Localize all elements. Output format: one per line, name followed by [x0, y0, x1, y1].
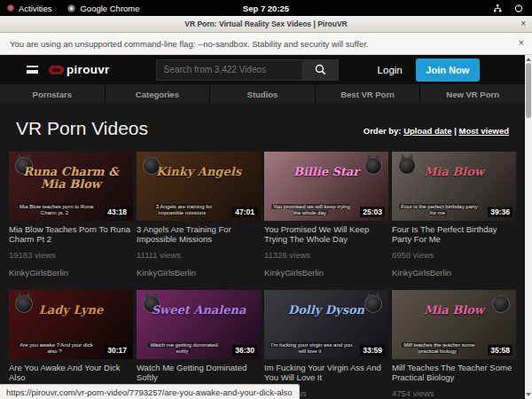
video-duration-badge: 33:59: [360, 345, 385, 356]
thumb-overlay-caption: I'm fucking your virgin ass and you will…: [269, 342, 353, 355]
activities-button[interactable]: Activities: [7, 4, 51, 13]
video-thumbnail[interactable]: Mia Blow Milf teaches the teacher some p…: [392, 290, 516, 359]
video-card: Runa Charm & Mia Blow Mia Blow teaches p…: [9, 152, 133, 278]
thumb-overlay-name: Billie Star: [264, 166, 388, 178]
video-thumbnail[interactable]: Dolly Dyson I'm fucking your virgin ass …: [264, 290, 388, 359]
video-views: 11326 views: [264, 250, 388, 260]
nav-item-new-vr-porn[interactable]: New VR Porn: [420, 84, 525, 104]
video-studio-link[interactable]: KinkyGirlsBerlin: [137, 268, 261, 278]
video-title-link[interactable]: Milf Teaches The Teacher Some Practical …: [392, 364, 516, 382]
video-thumbnail[interactable]: Sweet Analena Watch me getting dominated…: [137, 290, 261, 359]
power-icon[interactable]: [514, 4, 523, 12]
video-title-link[interactable]: Are You Awake And Your Dick Also: [9, 364, 133, 382]
warning-close-icon[interactable]: ×: [519, 37, 524, 48]
video-thumbnail[interactable]: Kinky Angels 3 Angels are training for i…: [137, 152, 261, 221]
screen: Activities Google Chrome Sep 7 20:25 VR …: [0, 0, 532, 399]
nav-item-studios[interactable]: Studios: [210, 84, 316, 104]
chrome-taskbar-item[interactable]: Google Chrome: [67, 4, 139, 13]
thumb-overlay-caption: 3 Angels are training for impossible mis…: [141, 204, 225, 216]
video-thumbnail[interactable]: Lady Lyne Are you awake ? And your dick …: [9, 290, 133, 359]
video-card: Kinky Angels 3 Angels are training for i…: [137, 152, 261, 278]
nav-item-best-vr-porn[interactable]: Best VR Porn: [316, 84, 421, 104]
video-studio-link[interactable]: KinkyGirlsBerlin: [392, 268, 516, 278]
video-title-link[interactable]: Watch Me Getting Dominated Softly: [137, 364, 261, 382]
thumb-overlay-caption: Watch me getting dominated softly: [141, 342, 225, 355]
video-duration-badge: 30:17: [105, 345, 129, 356]
thumb-overlay-name: Mia Blow: [392, 304, 516, 317]
thumb-overlay-caption: Milf teaches the teacher some practical …: [396, 342, 481, 355]
video-views: 6958 views: [392, 250, 516, 260]
vr-goggles-logo-icon: [49, 66, 64, 74]
order-by-controls: Order by: Upload date | Most viewed: [364, 126, 509, 139]
login-link[interactable]: Login: [378, 65, 403, 75]
main-nav: Pornstars Categories Studios Best VR Por…: [0, 84, 525, 104]
browser-viewport: pirouvr Login Join Now Pornstars Categor…: [0, 55, 525, 399]
video-thumbnail[interactable]: Billie Star You promised we will keep tr…: [264, 152, 388, 221]
thumb-overlay-caption: Are you awake ? And your dick also ?: [13, 342, 98, 355]
video-thumbnail[interactable]: Runa Charm & Mia Blow Mia Blow teaches p…: [9, 152, 133, 221]
system-top-bar: Activities Google Chrome Sep 7 20:25: [0, 0, 532, 16]
window-title: VR Porn: Virtual Reality Sex Videos | Pi…: [184, 20, 347, 28]
join-now-button[interactable]: Join Now: [416, 59, 480, 82]
video-studio-link[interactable]: KinkyGirlsBerlin: [9, 268, 133, 278]
thumb-overlay-caption: Mia Blow teaches porn to Runa Charm pt. …: [13, 204, 98, 216]
nav-item-categories[interactable]: Categories: [106, 84, 211, 104]
page-head: VR Porn Videos Order by: Upload date | M…: [0, 104, 525, 139]
video-card: Dolly Dyson I'm fucking your virgin ass …: [264, 290, 388, 398]
search-group: [156, 59, 339, 81]
browser-title-bar[interactable]: VR Porn: Virtual Reality Sex Videos | Pi…: [0, 16, 532, 33]
scrollbar-up-arrow-icon[interactable]: [526, 58, 531, 61]
video-card: Lady Lyne Are you awake ? And your dick …: [9, 290, 133, 398]
menu-hamburger-icon[interactable]: [27, 66, 38, 74]
thumb-overlay-name: Sweet Analena: [137, 304, 261, 317]
video-title-link[interactable]: Mia Blow Teaches Porn To Runa Charm Pt 2: [9, 225, 133, 244]
video-duration-badge: 35:58: [488, 345, 512, 356]
search-input[interactable]: [156, 59, 303, 81]
thumb-overlay-name: Mia Blow: [392, 166, 516, 178]
warning-text: You are using an unsupported command-lin…: [0, 39, 369, 49]
video-views: 4754 views: [392, 388, 516, 398]
video-card: Billie Star You promised we will keep tr…: [264, 152, 388, 278]
chrome-icon: [67, 4, 75, 12]
video-grid-row-1: Runa Charm & Mia Blow Mia Blow teaches p…: [0, 152, 525, 278]
activities-indicator-icon: [7, 4, 14, 12]
network-icon[interactable]: [493, 4, 502, 12]
activities-label: Activities: [19, 4, 51, 13]
video-title-link[interactable]: 3 Angels Are Training For Impossible Mis…: [137, 225, 261, 244]
video-card: Sweet Analena Watch me getting dominated…: [137, 290, 261, 398]
thumb-overlay-name: Lady Lyne: [9, 304, 133, 317]
order-by-most-viewed-link[interactable]: Most viewed: [459, 126, 510, 136]
order-by-label: Order by:: [364, 126, 402, 136]
site-header: pirouvr Login Join Now: [0, 55, 525, 84]
video-duration-badge: 25:03: [360, 207, 385, 217]
status-url-text: https://pirouvr.com/vr-porn-video/779325…: [6, 387, 293, 397]
scrollbar-down-arrow-icon[interactable]: [526, 393, 531, 396]
video-title-link[interactable]: You Promised We Will Keep Trying The Who…: [264, 225, 388, 244]
video-duration-badge: 39:36: [488, 207, 512, 217]
video-title-link[interactable]: Im Fucking Your Virgin Ass And You Will …: [264, 364, 388, 382]
order-separator: |: [454, 126, 457, 136]
scrollbar-thumb[interactable]: [526, 63, 531, 118]
site-logo-text: pirouvr: [66, 63, 110, 76]
video-title-link[interactable]: Four Is The Perfect Birthday Party For M…: [392, 225, 516, 244]
page-scrollbar[interactable]: [525, 55, 532, 399]
search-button[interactable]: [303, 59, 339, 81]
search-icon: [315, 64, 326, 75]
page-title: VR Porn Videos: [16, 118, 148, 139]
order-by-upload-date-link[interactable]: Upload date: [403, 126, 451, 136]
video-card: Mia Blow Four is the perfect birthday pa…: [392, 152, 516, 278]
nav-item-pornstars[interactable]: Pornstars: [0, 84, 106, 104]
thumb-overlay-caption: You promised we will keep trying the who…: [269, 204, 353, 216]
thumb-overlay-name: Kinky Angels: [137, 166, 261, 178]
video-views: 19183 views: [9, 250, 133, 260]
window-close-icon[interactable]: ×: [520, 19, 526, 29]
video-card: Mia Blow Milf teaches the teacher some p…: [392, 290, 516, 398]
thumb-overlay-name: Runa Charm & Mia Blow: [9, 166, 133, 191]
site-logo[interactable]: pirouvr: [49, 63, 110, 76]
video-studio-link[interactable]: KinkyGirlsBerlin: [264, 268, 388, 278]
video-duration-badge: 47:01: [232, 207, 257, 217]
video-thumbnail[interactable]: Mia Blow Four is the perfect birthday pa…: [392, 152, 516, 221]
thumb-overlay-caption: Four is the perfect birthday party for m…: [396, 204, 481, 216]
video-duration-badge: 43:18: [105, 207, 129, 217]
chrome-warning-bar: You are using an unsupported command-lin…: [0, 33, 532, 55]
